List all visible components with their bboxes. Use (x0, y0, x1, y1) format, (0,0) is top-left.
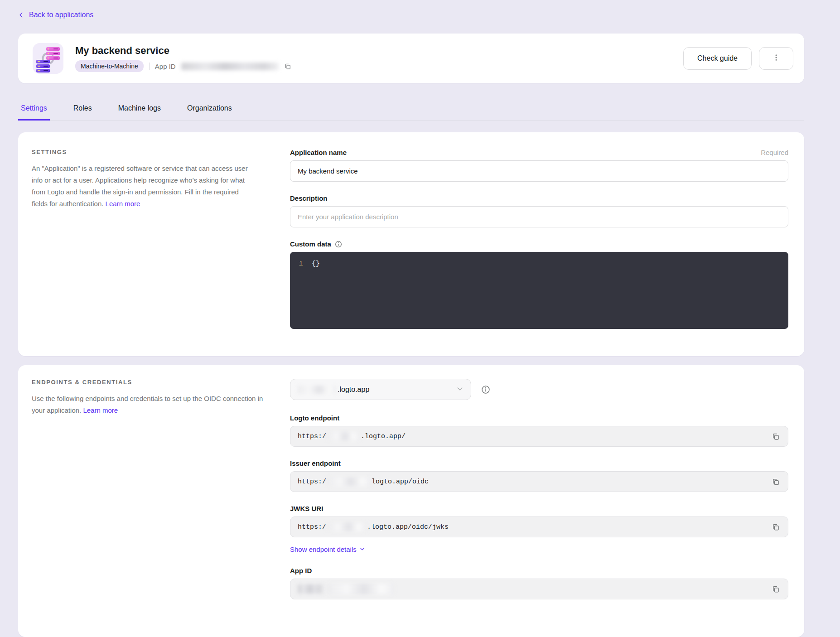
machine-to-machine-icon (33, 43, 63, 74)
app-id-value-field (290, 579, 788, 599)
app-id-redacted-2 (327, 584, 395, 594)
issuer-endpoint-label: Issuer endpoint (290, 459, 341, 467)
tab-roles[interactable]: Roles (71, 104, 95, 121)
issuer-endpoint-prefix: https:/ (298, 478, 326, 486)
tab-machine-logs[interactable]: Machine logs (116, 104, 164, 121)
endpoints-section-description: Use the following endpoints and credenti… (32, 395, 263, 414)
app-id-redacted-1 (298, 584, 324, 594)
logto-endpoint-suffix: .logto.app/ (361, 433, 406, 440)
app-header-info: My backend service Machine-to-Machine Ap… (75, 45, 291, 72)
info-circle-icon[interactable] (481, 385, 490, 394)
settings-form: Application name Required Description Cu… (290, 149, 788, 340)
application-name-input[interactable] (290, 160, 788, 182)
app-id-field-row: App ID (290, 567, 788, 599)
back-link-label: Back to applications (29, 11, 93, 19)
issuer-endpoint-suffix: logto.app/oidc (372, 478, 429, 486)
settings-section-heading: SETTINGS (32, 149, 263, 155)
jwks-uri-redacted (327, 523, 366, 531)
tab-organizations[interactable]: Organizations (184, 104, 235, 121)
copy-icon[interactable] (284, 63, 291, 70)
copy-icon[interactable] (771, 431, 781, 441)
meta-divider (149, 63, 150, 70)
settings-section-card: SETTINGS An "Application" is a registere… (18, 132, 804, 356)
logto-endpoint-prefix: https:/ (298, 433, 326, 440)
jwks-uri-field-row: JWKS URI https:/ .logto.app/oidc/jwks (290, 505, 788, 537)
jwks-uri-value-field: https:/ .logto.app/oidc/jwks (290, 516, 788, 537)
custom-data-field-row: Custom data 1 {} (290, 240, 788, 329)
settings-learn-more-link[interactable]: Learn more (106, 200, 140, 208)
endpoints-section-card: ENDPOINTS & CREDENTIALS Use the followin… (18, 365, 804, 637)
kebab-menu-icon (772, 53, 780, 63)
endpoints-learn-more-link[interactable]: Learn more (83, 406, 118, 414)
domain-suffix: .logto.app (338, 386, 369, 394)
application-name-label: Application name (290, 149, 347, 156)
logto-endpoint-value-field: https:/ .logto.app/ (290, 426, 788, 447)
code-line-number: 1 (290, 259, 312, 322)
description-input[interactable] (290, 206, 788, 227)
back-to-applications-link[interactable]: Back to applications (18, 11, 93, 19)
copy-icon[interactable] (771, 584, 781, 594)
show-endpoint-details-link[interactable]: Show endpoint details (290, 545, 365, 553)
endpoints-form: .logto.app Logto endpoint https:/ .logto… (290, 379, 788, 621)
more-actions-button[interactable] (759, 47, 793, 70)
logto-endpoint-label: Logto endpoint (290, 414, 339, 422)
app-id-redacted-value (181, 63, 279, 70)
show-endpoint-details-label: Show endpoint details (290, 545, 357, 553)
jwks-uri-prefix: https:/ (298, 523, 326, 531)
jwks-uri-label: JWKS URI (290, 505, 323, 512)
app-detail-tabs: Settings Roles Machine logs Organization… (18, 104, 804, 121)
description-field-row: Description (290, 194, 788, 227)
app-meta-row: Machine-to-Machine App ID (75, 60, 291, 72)
jwks-uri-suffix: .logto.app/oidc/jwks (367, 523, 449, 531)
domain-select[interactable]: .logto.app (290, 379, 471, 400)
page-title: My backend service (75, 45, 291, 57)
custom-data-label: Custom data (290, 240, 331, 248)
endpoints-section-intro: ENDPOINTS & CREDENTIALS Use the followin… (32, 379, 290, 621)
chevron-down-icon (359, 545, 365, 553)
issuer-endpoint-field-row: Issuer endpoint https:/ logto.app/oidc (290, 459, 788, 492)
issuer-endpoint-value-field: https:/ logto.app/oidc (290, 471, 788, 492)
copy-icon[interactable] (771, 522, 781, 532)
domain-select-row: .logto.app (290, 379, 788, 400)
copy-icon[interactable] (771, 477, 781, 487)
app-type-badge: Machine-to-Machine (75, 60, 144, 72)
logto-endpoint-field-row: Logto endpoint https:/ .logto.app/ (290, 414, 788, 447)
app-id-label: App ID (155, 63, 176, 70)
settings-section-intro: SETTINGS An "Application" is a registere… (32, 149, 290, 340)
chevron-left-icon (18, 12, 24, 18)
info-circle-icon[interactable] (335, 241, 342, 248)
header-actions: Check guide (683, 47, 793, 70)
custom-data-code-editor[interactable]: 1 {} (290, 252, 788, 329)
app-id-field-label: App ID (290, 567, 312, 574)
application-name-field-row: Application name Required (290, 149, 788, 182)
chevron-down-icon (456, 385, 463, 394)
check-guide-button[interactable]: Check guide (683, 47, 752, 70)
logto-endpoint-redacted (327, 432, 360, 440)
code-content[interactable]: {} (312, 259, 320, 322)
application-details-page: Back to applications (18, 0, 804, 637)
tenant-id-redacted (298, 386, 337, 394)
endpoints-section-heading: ENDPOINTS & CREDENTIALS (32, 379, 263, 386)
description-label: Description (290, 194, 328, 202)
issuer-endpoint-redacted (327, 478, 371, 486)
tab-settings[interactable]: Settings (18, 104, 50, 121)
app-header-card: My backend service Machine-to-Machine Ap… (18, 34, 804, 83)
required-tag: Required (761, 149, 788, 156)
